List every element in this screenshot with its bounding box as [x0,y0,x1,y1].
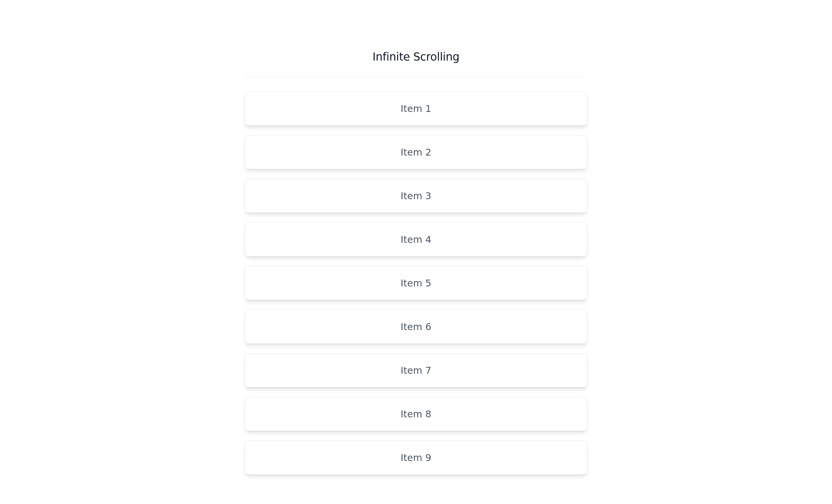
list-item[interactable]: Item 7 [245,353,587,387]
list-item[interactable]: Item 9 [245,441,587,475]
list-item[interactable]: Item 3 [245,179,587,213]
list-item-label: Item 9 [400,452,431,463]
list-item[interactable]: Item 8 [245,397,587,431]
divider [245,77,587,77]
list-item[interactable]: Item 4 [245,222,587,256]
list-item-label: Item 8 [400,409,431,420]
page-title: Infinite Scrolling [245,51,587,63]
list-item[interactable]: Item 1 [245,91,587,125]
list-item[interactable]: Item 6 [245,310,587,344]
main-container: Infinite Scrolling Item 1 Item 2 Item 3 … [245,51,587,475]
list-item-label: Item 1 [400,103,431,114]
page: Infinite Scrolling Item 1 Item 2 Item 3 … [0,0,832,475]
list-item[interactable]: Item 5 [245,266,587,300]
list-item-label: Item 7 [400,365,431,376]
list-item[interactable]: Item 2 [245,135,587,169]
list-item-label: Item 5 [400,278,431,289]
list-item-label: Item 3 [400,190,431,201]
list-item-label: Item 6 [400,321,431,332]
item-list[interactable]: Item 1 Item 2 Item 3 Item 4 Item 5 Item … [245,91,587,475]
list-item-label: Item 2 [400,147,431,158]
list-item-label: Item 4 [400,234,431,245]
